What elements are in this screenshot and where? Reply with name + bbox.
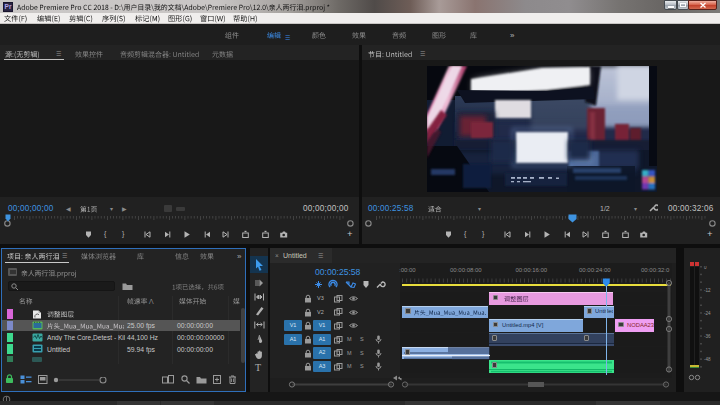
svg-text:-48: -48: [704, 357, 711, 362]
svg-text:-36: -36: [704, 334, 711, 339]
svg-text:-24: -24: [704, 311, 711, 316]
svg-text:-12: -12: [704, 288, 711, 293]
svg-text:0: 0: [704, 266, 707, 270]
